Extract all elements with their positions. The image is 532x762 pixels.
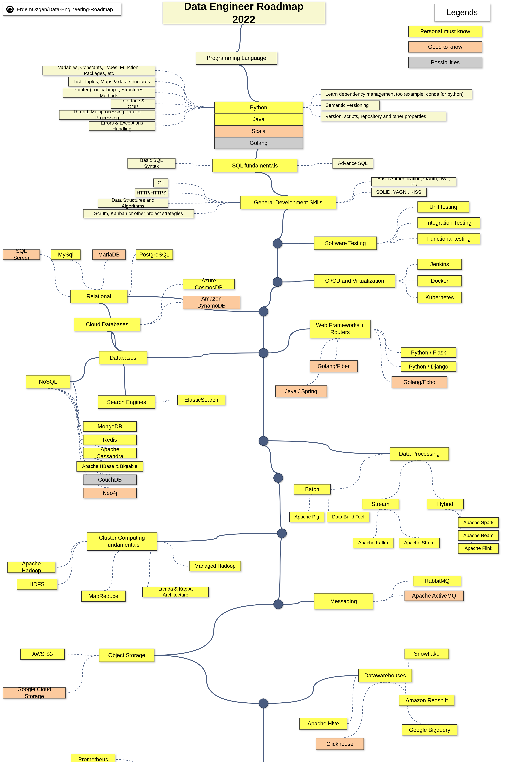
node-unit: Unit testing — [418, 201, 469, 213]
legend-must: Personal must know — [408, 26, 482, 37]
node-dwh: Datawarehouses — [358, 669, 412, 682]
node-echo: Golang/Echo — [392, 376, 447, 388]
node-scala: Scala — [214, 125, 303, 137]
node-spring: Java / Spring — [275, 385, 327, 397]
node-soft-test: Software Testing — [314, 237, 377, 250]
github-icon — [6, 6, 14, 13]
node-pig: Apache Pig — [289, 512, 324, 522]
node-neo4j: Neo4j — [83, 488, 137, 498]
node-webfw: Web Frameworks + Routers — [309, 320, 370, 338]
node-lambda: Lamda & Kappa Architecture — [142, 587, 209, 597]
node-hdfs: HDFS — [17, 579, 57, 590]
node-sql-fund: SQL fundamentals — [212, 159, 298, 172]
hub-cluster — [277, 529, 287, 538]
node-docker: Docker — [418, 275, 462, 286]
node-django: Python / Django — [401, 361, 456, 372]
node-python: Python — [214, 102, 303, 114]
node-bigquery: Google Bigquery — [402, 724, 457, 735]
node-activemq: Apache ActiveMQ — [405, 590, 464, 601]
node-mongo: MongoDB — [83, 421, 137, 432]
node-auth: Basic Authentication, OAuth, JWT, etc — [371, 178, 456, 186]
hub-db2 — [259, 348, 268, 358]
node-mysql: MySql — [51, 250, 81, 260]
hub-messaging — [274, 599, 283, 609]
node-py-pointer: Pointer (Logical imp.), Structures, Meth… — [63, 88, 155, 98]
node-rabbit: RabbitMQ — [413, 576, 461, 586]
repo-label: ErdemOzgen/Data-Engineering-Roadmap — [17, 6, 113, 12]
legend-title: Legends — [434, 4, 490, 21]
node-spark: Apache Spark — [458, 517, 499, 528]
node-s3: AWS S3 — [20, 648, 65, 660]
hub-db — [259, 307, 268, 316]
node-hive: Apache Hive — [299, 718, 347, 729]
node-py-thread: Thread, Multiprocessing,Parallel Process… — [59, 110, 155, 120]
node-cluster: Cluster Computing Fundamentals — [87, 532, 157, 551]
node-py-semver: Semantic versioning — [321, 101, 380, 110]
node-git: Git — [153, 179, 168, 187]
node-nosql: NoSQL — [26, 375, 70, 388]
node-scrum: Scrum, Kanban or other project strategie… — [83, 209, 194, 218]
node-py-dep: Learn dependency management tool(example… — [321, 90, 472, 99]
node-sqlserver: SQL Server — [3, 250, 40, 260]
page-title: Data Engineer Roadmap 2022 — [163, 2, 325, 24]
node-sql-adv: Advance SQL — [333, 158, 373, 169]
node-integ: Integration Testing — [418, 217, 480, 228]
node-dynamo: Amazon DynamoDB — [183, 296, 240, 309]
node-gcs: Google Cloud Storage — [3, 687, 66, 699]
node-cicd: CI/CD and Virtualization — [314, 274, 395, 287]
node-k8s: Kubernetes — [418, 292, 462, 303]
node-http: HTTP/HTTPS — [135, 189, 168, 197]
node-dsa: Data Structures and Algorithms — [98, 199, 168, 208]
hub-dwh — [259, 699, 268, 708]
node-dbt: Data Build Tool — [327, 512, 369, 522]
node-redshift: Amazon Redshift — [399, 695, 454, 706]
node-hybrid: Hybrid — [427, 499, 464, 509]
node-py-interface: Interface & OOP — [111, 99, 155, 109]
node-databases: Databases — [99, 351, 147, 364]
node-snowflake: Snowflake — [405, 648, 449, 659]
node-cassandra: Apache Cassandra — [83, 448, 137, 458]
legend-good: Good to know — [408, 41, 482, 52]
node-postgres: PostgreSQL — [136, 250, 173, 260]
node-messaging: Messaging — [314, 593, 373, 609]
node-couch: CouchDB — [83, 475, 137, 485]
legend-poss: Possibilities — [408, 57, 482, 68]
node-kafka: Apache Kafka — [353, 538, 393, 548]
node-sql-basic: Basic SQL Syntax — [127, 158, 175, 169]
hub-cicd — [273, 277, 282, 287]
node-redis: Redis — [83, 435, 137, 445]
node-py-vars: Variables, Constants, Types, Function, P… — [42, 66, 155, 75]
node-hbase: Apache HBase & Bigtable — [77, 461, 143, 472]
node-jenkins: Jenkins — [418, 259, 462, 270]
node-mariadb: MariaDB — [92, 250, 125, 260]
node-cloud-db: Cloud Databases — [74, 318, 141, 331]
node-gen-dev: General Development Skills — [240, 196, 336, 209]
node-relational: Relational — [70, 290, 127, 303]
node-golang: Golang — [214, 137, 303, 149]
node-flink: Apache Flink — [458, 543, 499, 554]
node-batch: Batch — [294, 484, 331, 495]
node-py-list: List ,Tuples, Maps & data structures — [68, 77, 155, 86]
node-flask: Python / Flask — [401, 347, 456, 358]
node-solid: SOLID, YAGNI, KISS — [371, 188, 427, 196]
node-clickhouse: Clickhouse — [316, 738, 364, 750]
node-dataproc: Data Processing — [390, 447, 449, 460]
node-mapreduce: MapReduce — [81, 590, 126, 602]
node-strom: Apache Strom — [399, 538, 440, 548]
node-func: Functional testing — [418, 233, 480, 244]
node-fiber: Golang/Fiber — [309, 360, 358, 372]
node-prog-lang: Programming Language — [196, 52, 277, 65]
repo-badge[interactable]: ErdemOzgen/Data-Engineering-Roadmap — [3, 3, 121, 15]
node-prometheus: Prometheus — [71, 754, 115, 762]
node-beam: Apache Beam — [458, 530, 499, 541]
node-objstore: Object Storage — [99, 648, 155, 662]
node-elastic: ElasticSearch — [177, 395, 225, 405]
node-py-err: Errors & Exceptions Handling — [89, 121, 155, 131]
node-managed-hadoop: Managed Hadoop — [189, 561, 241, 572]
node-stream: Stream — [362, 499, 399, 509]
node-cosmos: Azure CosmosDB — [183, 279, 234, 289]
hub-dataproc2 — [274, 473, 283, 483]
node-hadoop: Apache Hadoop — [8, 562, 55, 573]
hub-dataproc — [259, 436, 268, 446]
hub-soft-test — [273, 239, 282, 248]
